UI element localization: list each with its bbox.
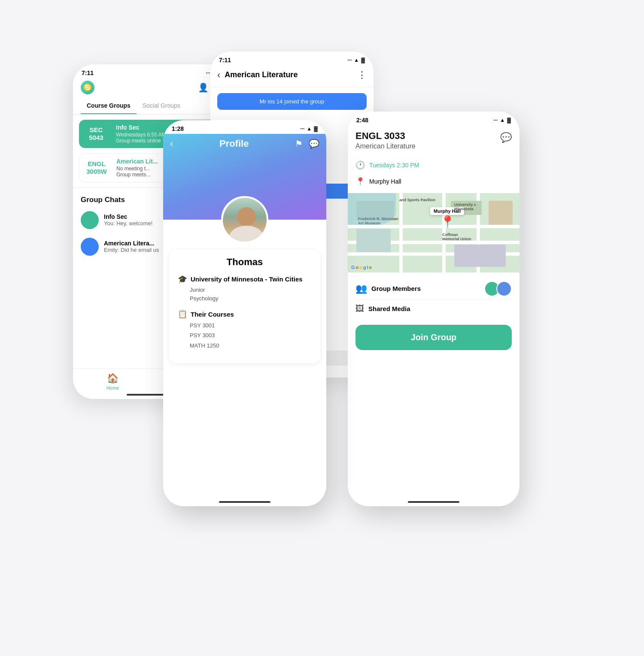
profile-card: Thomas 🎓 University of Minnesota - Twin … bbox=[169, 250, 320, 364]
course-2: PSY 3003 bbox=[190, 330, 312, 340]
chat-avatar-infosec bbox=[81, 211, 99, 229]
status-icons-detail: ··· ▲ ▓ bbox=[493, 117, 511, 123]
google-label: G o o g l e bbox=[351, 265, 372, 270]
university-icon: 🎓 bbox=[178, 275, 187, 284]
chat-text-amlit: American Litera... Emily: Did he email u… bbox=[104, 240, 159, 253]
tabs-row: Course Groups Social Groups bbox=[73, 99, 232, 115]
university-name: University of Minnesota - Twin Cities bbox=[191, 275, 303, 283]
profile-name: Thomas bbox=[178, 257, 312, 268]
detail-schedule[interactable]: Tuesdays 2:30 PM bbox=[369, 162, 419, 169]
detail-chat-icon[interactable]: 💬 bbox=[500, 132, 512, 143]
map-pin: 📍 bbox=[440, 215, 455, 229]
detail-location-row: 📍 Murphy Hall bbox=[348, 173, 519, 190]
chat-preview-amlit: Emily: Did he email us bbox=[104, 247, 159, 253]
status-bar-profile: 1:28 ··· ▲ ▓ bbox=[163, 120, 326, 134]
nav-home[interactable]: 🏠 Home bbox=[73, 373, 152, 390]
battery-icon-chat: ▓ bbox=[361, 57, 365, 63]
courses-title: 📋 Their Courses bbox=[178, 309, 312, 319]
detail-schedule-row: 🕐 Tuesdays 2:30 PM bbox=[348, 157, 519, 173]
profile-header-bg: ‹ Profile ⚑ 💬 bbox=[163, 134, 326, 220]
courses-icon: 📋 bbox=[178, 309, 187, 319]
location-icon: 📍 bbox=[355, 177, 365, 186]
time-main: 7:11 bbox=[82, 70, 94, 76]
members-label: Group Members bbox=[371, 285, 480, 292]
chat-preview-infosec: You: Hey, welcome! bbox=[104, 220, 152, 227]
chat-name-amlit: American Litera... bbox=[104, 240, 159, 247]
wifi-icon-profile: ▲ bbox=[307, 126, 312, 132]
tab-course-groups[interactable]: Course Groups bbox=[81, 99, 137, 114]
university-section: 🎓 University of Minnesota - Twin Cities … bbox=[178, 275, 312, 304]
profile-major: Psychology bbox=[178, 294, 312, 303]
time-detail: 2:48 bbox=[356, 117, 368, 124]
status-bar-detail: 2:48 ··· ▲ ▓ bbox=[348, 112, 519, 125]
signal-icon: ··· bbox=[206, 70, 210, 76]
time-chat: 7:11 bbox=[219, 57, 231, 63]
courses-label: Their Courses bbox=[191, 311, 234, 318]
detail-media: 🖼 Shared Media bbox=[348, 299, 519, 318]
course-1: PSY 3001 bbox=[190, 320, 312, 330]
top-bar-main: ♋ 👤 ⋮ bbox=[73, 78, 232, 99]
chat-more-icon[interactable]: ⋮ bbox=[357, 70, 367, 81]
profile-year: Junior bbox=[178, 286, 312, 295]
detail-course-code: ENGL 3033 bbox=[355, 130, 416, 142]
flag-icon[interactable]: ⚑ bbox=[295, 139, 303, 149]
home-bar-profile bbox=[219, 501, 270, 503]
status-icons-profile: ··· ▲ ▓ bbox=[300, 126, 318, 132]
detail-course-name: American Literature bbox=[355, 142, 416, 150]
member-avatar-2 bbox=[496, 281, 512, 296]
home-icon: 🏠 bbox=[107, 373, 118, 384]
media-icon: 🖼 bbox=[355, 304, 364, 314]
chat-header: ‹ American Literature ⋮ bbox=[210, 65, 374, 87]
map-container[interactable]: Murphy Hall 📍 Frederick R. WeismanArt Mu… bbox=[348, 193, 519, 272]
profile-actions: ⚑ 💬 bbox=[295, 139, 319, 149]
scene: 7:11 ··· ▲ ▓ ♋ 👤 ⋮ Course Groups Social … bbox=[64, 39, 580, 618]
back-arrow-profile[interactable]: ‹ bbox=[170, 138, 173, 149]
group-code-engl: ENGL3005W bbox=[79, 154, 114, 182]
chat-text-infosec: Info Sec You: Hey, welcome! bbox=[104, 213, 152, 227]
profile-icon[interactable]: 👤 bbox=[198, 82, 209, 93]
signal-icon-profile: ··· bbox=[300, 126, 304, 132]
chat-avatar-amlit bbox=[81, 238, 99, 256]
battery-icon-detail: ▓ bbox=[507, 117, 511, 123]
members-icon: 👥 bbox=[355, 283, 367, 294]
signal-icon-chat: ··· bbox=[347, 57, 352, 63]
profile-top-bar: ‹ Profile ⚑ 💬 bbox=[163, 134, 326, 149]
wifi-icon-detail: ▲ bbox=[500, 117, 505, 123]
phone-profile: 1:28 ··· ▲ ▓ ‹ Profile ⚑ 💬 bbox=[163, 120, 326, 506]
members-avatars bbox=[484, 281, 512, 296]
detail-header: ENGL 3033 American Literature 💬 bbox=[348, 125, 519, 157]
status-bar-chat: 7:11 ··· ▲ ▓ bbox=[210, 51, 374, 65]
join-group-button[interactable]: Join Group bbox=[355, 325, 512, 350]
message-icon[interactable]: 💬 bbox=[309, 139, 319, 149]
avatar-wrap bbox=[221, 196, 268, 243]
signal-icon-detail: ··· bbox=[493, 117, 498, 123]
university-title: 🎓 University of Minnesota - Twin Cities bbox=[178, 275, 312, 284]
media-label: Shared Media bbox=[368, 305, 410, 312]
wifi-icon-chat: ▲ bbox=[354, 57, 359, 63]
tab-social-groups[interactable]: Social Groups bbox=[137, 99, 186, 114]
app-logo: ♋ bbox=[81, 81, 94, 94]
map-bg: Murphy Hall 📍 Frederick R. WeismanArt Mu… bbox=[348, 193, 519, 272]
avatar-circle bbox=[221, 196, 268, 243]
chat-title: American Literature bbox=[225, 70, 353, 79]
chat-name-infosec: Info Sec bbox=[104, 213, 152, 220]
profile-title: Profile bbox=[219, 138, 249, 149]
back-arrow-chat[interactable]: ‹ bbox=[217, 70, 220, 81]
clock-icon: 🕐 bbox=[355, 160, 365, 170]
phone-detail: 2:48 ··· ▲ ▓ ENGL 3033 American Literatu… bbox=[348, 112, 519, 506]
detail-members: 👥 Group Members bbox=[348, 276, 519, 299]
detail-location: Murphy Hall bbox=[369, 178, 401, 185]
home-bar-detail bbox=[408, 501, 459, 503]
courses-section: 📋 Their Courses PSY 3001 PSY 3003 MATH 1… bbox=[178, 309, 312, 351]
avatar-photo bbox=[223, 198, 268, 243]
status-bar-main: 7:11 ··· ▲ ▓ bbox=[73, 64, 232, 78]
joined-banner-1: Mr ios 14 joined the group bbox=[217, 93, 367, 110]
group-code-sec: SEC5043 bbox=[79, 120, 113, 148]
course-3: MATH 1250 bbox=[190, 341, 312, 351]
battery-icon-profile: ▓ bbox=[314, 126, 318, 132]
profile-courses-list: PSY 3001 PSY 3003 MATH 1250 bbox=[178, 320, 312, 351]
status-icons-chat: ··· ▲ ▓ bbox=[347, 57, 365, 63]
time-profile: 1:28 bbox=[172, 125, 184, 132]
detail-course-info: ENGL 3033 American Literature bbox=[355, 130, 416, 150]
